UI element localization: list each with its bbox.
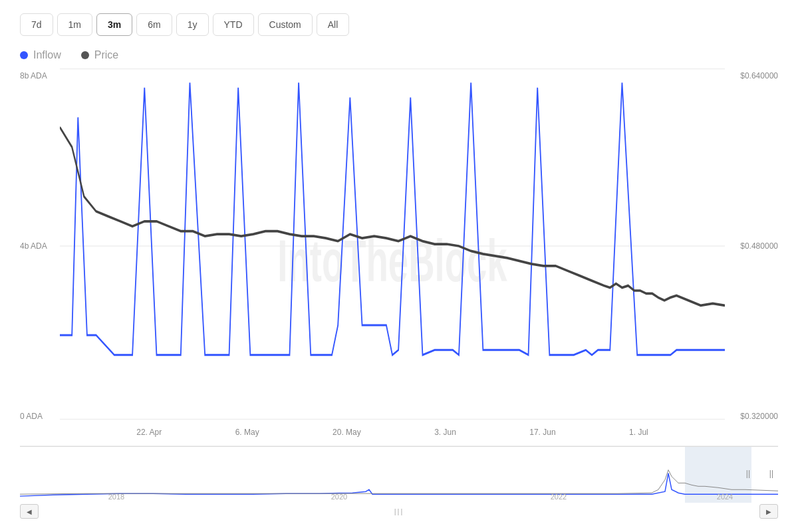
scroll-right-btn[interactable]: ▶ <box>759 504 778 519</box>
x-label-3jun: 3. Jun <box>434 428 456 437</box>
main-container: 7d 1m 3m 6m 1y YTD Custom All Inflow Pri… <box>0 0 798 532</box>
mini-chart: 2018 2020 2022 2024 || || ◀ ||| ▶ <box>20 446 778 519</box>
svg-text:||: || <box>769 469 773 479</box>
svg-text:2022: 2022 <box>551 493 567 501</box>
y-label-0.64: $0.640000 <box>725 71 778 80</box>
chart-legend: Inflow Price <box>20 49 778 61</box>
y-label-0: 0 ADA <box>20 412 60 421</box>
btn-7d[interactable]: 7d <box>20 13 53 36</box>
x-label-6may: 6. May <box>235 428 259 437</box>
x-label-17jun: 17. Jun <box>529 428 555 437</box>
y-label-0.48: $0.480000 <box>725 241 778 251</box>
legend-price: Price <box>81 49 118 61</box>
y-label-4b: 4b ADA <box>20 241 60 251</box>
svg-text:2024: 2024 <box>717 493 733 501</box>
btn-all[interactable]: All <box>317 13 350 36</box>
x-label-20may: 20. May <box>332 428 361 437</box>
btn-6m[interactable]: 6m <box>136 13 172 36</box>
x-label-1jul: 1. Jul <box>629 428 648 437</box>
y-axis-left: 8b ADA 4b ADA 0 ADA <box>20 68 60 424</box>
price-dot <box>81 51 89 59</box>
mini-chart-svg: 2018 2020 2022 2024 || || <box>20 446 778 503</box>
y-axis-right: $0.640000 $0.480000 $0.320000 <box>725 68 778 424</box>
svg-text:2020: 2020 <box>331 493 347 501</box>
btn-custom[interactable]: Custom <box>258 13 313 36</box>
chart-wrapper: 8b ADA 4b ADA 0 ADA $0.640000 $0.480000 … <box>20 68 778 519</box>
y-label-8b: 8b ADA <box>20 71 60 80</box>
main-chart-svg: IntoTheBlock <box>60 68 725 424</box>
y-label-0.32: $0.320000 <box>725 412 778 421</box>
main-chart-area: 8b ADA 4b ADA 0 ADA $0.640000 $0.480000 … <box>20 68 778 424</box>
scroll-controls: ◀ ||| ▶ <box>20 503 778 520</box>
x-label-22apr: 22. Apr <box>136 428 162 437</box>
price-label: Price <box>94 49 118 61</box>
legend-inflow: Inflow <box>20 49 61 61</box>
x-axis: 22. Apr 6. May 20. May 3. Jun 17. Jun 1.… <box>60 424 725 440</box>
btn-3m[interactable]: 3m <box>96 13 132 36</box>
watermark-text: IntoTheBlock <box>277 228 507 295</box>
svg-text:||: || <box>746 469 750 479</box>
svg-text:2018: 2018 <box>108 493 124 501</box>
btn-ytd[interactable]: YTD <box>213 13 254 36</box>
btn-1m[interactable]: 1m <box>57 13 92 36</box>
inflow-label: Inflow <box>33 49 61 61</box>
btn-1y[interactable]: 1y <box>176 13 209 36</box>
inflow-line <box>60 82 725 354</box>
inflow-dot <box>20 51 28 59</box>
time-range-selector: 7d 1m 3m 6m 1y YTD Custom All <box>20 13 778 36</box>
scroll-left-btn[interactable]: ◀ <box>20 504 39 519</box>
scroll-handle-label: ||| <box>394 507 404 515</box>
